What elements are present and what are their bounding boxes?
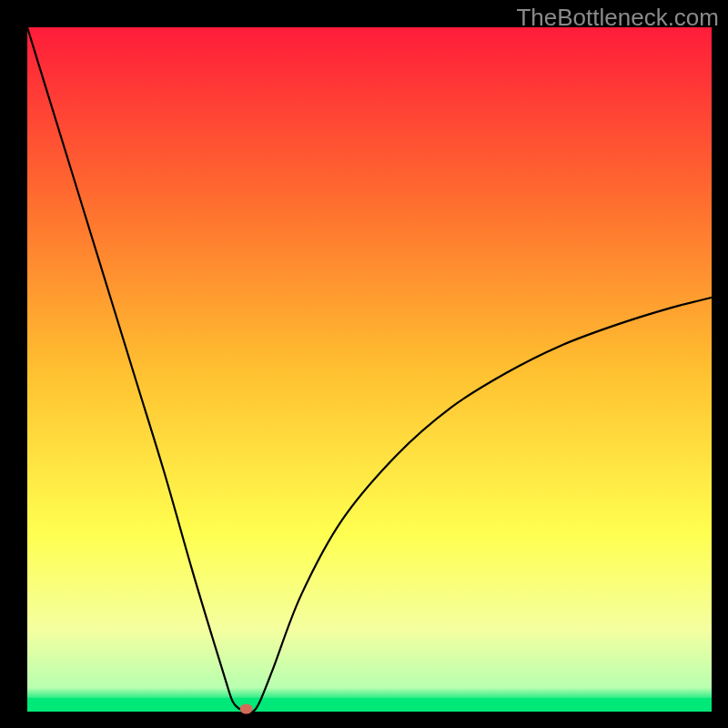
watermark-text: TheBottleneck.com	[516, 4, 719, 32]
plot-bottom-green-strip	[27, 698, 712, 712]
minimum-marker-icon	[240, 704, 253, 714]
chart-stage: TheBottleneck.com	[0, 0, 728, 728]
plot-background	[27, 27, 712, 712]
chart-svg	[0, 0, 728, 728]
